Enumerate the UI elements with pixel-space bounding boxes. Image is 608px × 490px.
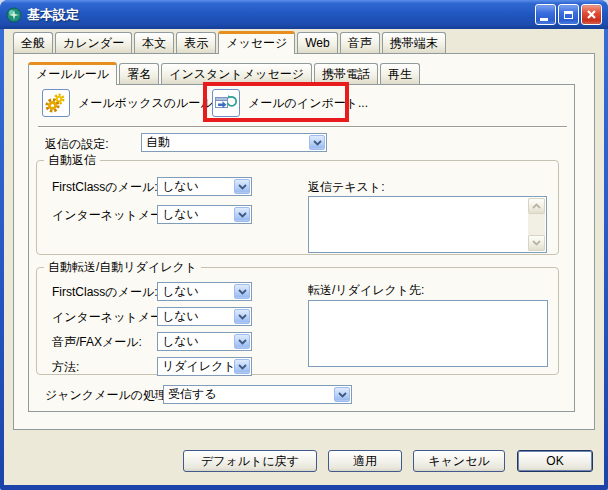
primary-tabstrip: 全般 カレンダー 本文 表示 メッセージ Web 音声 携帯端末 [13, 31, 448, 53]
close-button[interactable] [581, 4, 602, 25]
junk-mail-label: ジャンクメールの処理: [45, 388, 170, 402]
tab-voice[interactable]: 音声 [340, 32, 380, 53]
chevron-down-icon [338, 392, 347, 398]
reply-setting-label: 返信の設定: [45, 137, 109, 151]
titlebar[interactable]: 基本設定 [0, 0, 608, 29]
auto-reply-firstclass-dropdown-button[interactable] [234, 179, 250, 194]
auto-reply-internet-dropdown-button[interactable] [234, 207, 250, 222]
window-title: 基本設定 [27, 6, 79, 24]
forward-firstclass-dropdown-button[interactable] [234, 284, 250, 299]
mail-import-label: メールのインポート... [248, 95, 368, 112]
method-dropdown-button[interactable] [234, 359, 250, 374]
scroll-up-button[interactable] [528, 198, 545, 214]
toolbar-divider [38, 126, 567, 128]
minimize-icon [540, 18, 548, 21]
chevron-down-icon [238, 289, 247, 295]
tab-general[interactable]: 全般 [13, 32, 53, 53]
scroll-down-button[interactable] [528, 235, 545, 251]
app-icon [6, 7, 22, 23]
tab-mail-rules[interactable]: メールルール [28, 62, 117, 85]
chevron-up-icon [532, 203, 541, 209]
minimize-button[interactable] [535, 4, 556, 25]
tab-mobile-phone[interactable]: 携帯電話 [314, 63, 378, 84]
voice-fax-value: しない [162, 334, 199, 349]
chevron-down-icon [313, 140, 322, 146]
dialog-client-area: 全般 カレンダー 本文 表示 メッセージ Web 音声 携帯端末 メールルール … [4, 29, 604, 485]
reply-text-content [311, 199, 526, 250]
method-label: 方法: [52, 360, 79, 374]
tab-display[interactable]: 表示 [176, 32, 216, 53]
tab-body[interactable]: 本文 [134, 32, 174, 53]
tab-mobile-device[interactable]: 携帯端末 [382, 32, 446, 53]
forward-firstclass-value: しない [162, 284, 199, 299]
tab-web[interactable]: Web [297, 32, 337, 53]
reply-setting-dropdown-button[interactable] [309, 135, 325, 150]
forward-firstclass-combobox[interactable]: しない [157, 282, 252, 301]
reply-text-label: 返信テキスト: [308, 180, 384, 194]
mailbox-rules-iconbox [42, 89, 70, 117]
reply-text-scrollbar[interactable] [528, 198, 545, 251]
preferences-window: 基本設定 全般 カレンダー 本文 表示 メッセージ Web 音声 携帯端末 [0, 0, 608, 490]
auto-forward-group-title: 自動転送/自動リダイレクト [44, 260, 201, 274]
auto-reply-group-title: 自動返信 [44, 153, 100, 167]
ok-button[interactable]: OK [517, 450, 593, 472]
junk-mail-value: 受信する [168, 387, 217, 402]
chevron-down-icon [532, 240, 541, 246]
forward-internet-dropdown-button[interactable] [234, 309, 250, 324]
tab-signature[interactable]: 署名 [119, 63, 159, 84]
chevron-down-icon [238, 339, 247, 345]
voice-fax-mail-label: 音声/FAXメール: [52, 335, 142, 349]
chevron-down-icon [238, 364, 247, 370]
tab-calendar[interactable]: カレンダー [55, 32, 132, 53]
reply-text-textarea[interactable] [308, 196, 547, 253]
voice-fax-combobox[interactable]: しない [157, 332, 252, 351]
method-value: リダイレクト [162, 359, 236, 374]
chevron-down-icon [238, 212, 247, 218]
forward-to-content [311, 303, 545, 364]
chevron-down-icon [238, 184, 247, 190]
restore-defaults-button[interactable]: デフォルトに戻す [183, 450, 317, 472]
reply-setting-combobox[interactable]: 自動 [141, 133, 327, 152]
method-combobox[interactable]: リダイレクト [157, 357, 252, 376]
forward-firstclass-label: FirstClassのメール: [52, 285, 158, 299]
tab-instant-message[interactable]: インスタントメッセージ [161, 63, 312, 84]
forward-to-label: 転送/リダイレクト先: [308, 283, 424, 297]
firstclass-mail-label: FirstClassのメール: [52, 180, 158, 194]
import-icon [214, 92, 238, 114]
forward-internet-combobox[interactable]: しない [157, 307, 252, 326]
cancel-button[interactable]: キャンセル [413, 450, 505, 472]
junk-mail-dropdown-button[interactable] [334, 387, 350, 402]
auto-reply-firstclass-combobox[interactable]: しない [157, 177, 252, 196]
close-icon [586, 9, 597, 20]
auto-reply-firstclass-value: しない [162, 179, 199, 194]
mail-import-button[interactable]: メールのインポート... [212, 89, 368, 117]
mail-import-iconbox [212, 89, 240, 117]
apply-button[interactable]: 適用 [328, 450, 402, 472]
mailbox-rules-button[interactable]: メールボックスのルール... [42, 89, 223, 117]
secondary-tabstrip: メールルール 署名 インスタントメッセージ 携帯電話 再生 [28, 62, 422, 84]
tab-playback[interactable]: 再生 [380, 63, 420, 84]
junk-mail-combobox[interactable]: 受信する [163, 385, 352, 404]
forward-internet-value: しない [162, 309, 199, 324]
tab-message[interactable]: メッセージ [218, 31, 295, 54]
maximize-button[interactable] [558, 4, 579, 25]
window-controls [535, 4, 602, 25]
voice-fax-dropdown-button[interactable] [234, 334, 250, 349]
forward-to-textarea[interactable] [308, 300, 548, 367]
maximize-icon [564, 11, 573, 19]
auto-reply-internet-value: しない [162, 207, 199, 222]
mailbox-rules-label: メールボックスのルール... [78, 95, 223, 112]
chevron-down-icon [238, 314, 247, 320]
auto-reply-internet-combobox[interactable]: しない [157, 205, 252, 224]
gears-icon [44, 91, 68, 115]
reply-setting-value: 自動 [146, 135, 170, 150]
